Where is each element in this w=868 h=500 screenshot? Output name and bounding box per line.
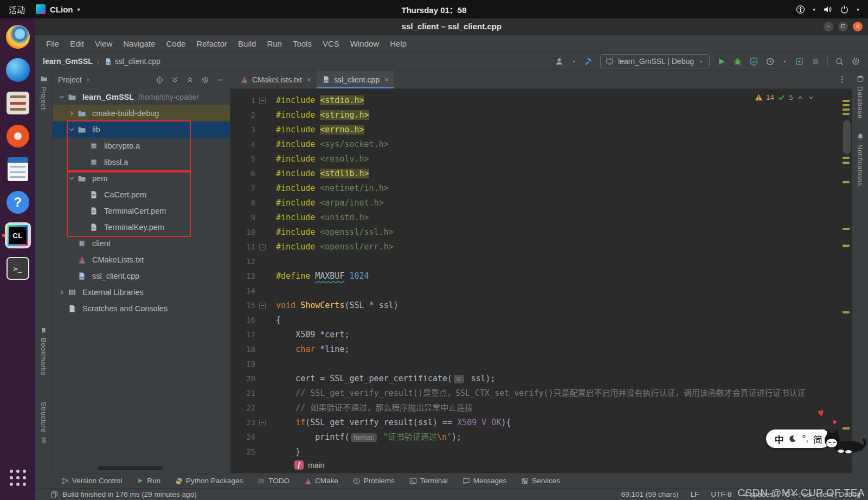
tool-stripe-bookmarks[interactable]: Bookmarks [40,327,48,376]
chevron-down-icon[interactable] [56,93,68,101]
line-number[interactable]: 9 [230,210,255,225]
inspection-widget[interactable]: 14 5 [755,93,815,101]
tree-item-pem[interactable]: pem [53,170,230,187]
clion-dock-icon[interactable]: CL [3,222,33,248]
code-line[interactable]: 2#include <string.h> [230,108,840,123]
run-configuration-select[interactable]: learn_GmSSL | Debug [600,54,710,68]
code-line[interactable]: 14 [230,284,840,298]
warning-stripe-mark[interactable] [843,311,850,313]
chevron-down-icon[interactable] [66,126,78,133]
activities-button[interactable]: 活动 [9,4,25,15]
debug-button[interactable] [733,57,742,66]
tool-stripe-project[interactable]: Project [40,75,48,110]
line-number[interactable]: 13 [230,269,255,284]
breadcrumb-project[interactable]: learn_GmSSL [43,57,93,66]
code-line[interactable]: 4#include <sys/socket.h> [230,137,840,152]
ime-punctuation[interactable]: °, [802,433,808,444]
line-number[interactable]: 3 [230,123,255,137]
toolwindow-cmake[interactable]: CMake [304,477,338,485]
horizontal-scrollbar[interactable] [98,466,163,470]
tree-item-lib[interactable]: lib [53,121,230,138]
code-line[interactable]: 16{ [230,313,840,328]
close-icon[interactable]: × [384,75,389,84]
input-method-bar[interactable]: 中 °, 简 [766,430,831,448]
line-number[interactable]: 4 [230,137,255,152]
breadcrumb-function[interactable]: main [308,461,324,470]
code-line[interactable]: 13#define MAXBUF 1024 [230,269,840,284]
moon-icon[interactable] [788,434,797,443]
file-cabinet-icon[interactable] [3,90,33,116]
status-message[interactable]: Build finished in 176 ms (29 minutes ago… [62,490,197,498]
close-icon[interactable]: × [307,75,311,84]
ime-charset[interactable]: 简 [813,432,822,446]
scrollbar-thumb[interactable] [843,120,851,154]
line-number[interactable]: 22 [230,401,255,415]
code-line[interactable]: 18 char *line; [230,342,840,357]
line-number[interactable]: 8 [230,196,255,210]
maximize-button[interactable] [838,22,848,31]
tree-item-libcrypto[interactable]: libcrypto.a [53,138,230,154]
line-number[interactable]: 1 [230,93,255,108]
expand-all-icon[interactable] [171,76,179,84]
tree-item-client[interactable]: client [53,235,230,252]
volume-icon[interactable] [823,5,832,14]
menu-tools[interactable]: Tools [287,39,317,48]
warning-stripe-mark[interactable] [843,108,850,111]
toolwindow-terminal[interactable]: Terminal [409,477,448,485]
code-line[interactable]: 19 [230,357,840,371]
tree-item-cmake-build-debug[interactable]: cmake-build-debug [53,105,230,121]
warning-stripe-mark[interactable] [843,157,850,159]
hide-panel-icon[interactable] [216,76,224,84]
help-icon[interactable]: ? [3,189,33,215]
tab-options-icon[interactable] [838,75,846,84]
code-line[interactable]: 21 // SSL_get_verify_result()是重点，SSL_CTX… [230,386,840,401]
line-number[interactable]: 2 [230,108,255,123]
line-number[interactable]: 19 [230,357,255,371]
code-line[interactable]: 3#include <errno.h> [230,123,840,137]
menu-view[interactable]: View [89,39,118,48]
code-line[interactable]: 22 // 如果验证不通过，那么程序抛出异常中止连接 [230,401,840,415]
panel-settings-gear-icon[interactable] [201,76,209,84]
line-number[interactable]: 5 [230,152,255,166]
line-number[interactable]: 23 [230,415,255,430]
minimize-button[interactable]: – [824,22,833,31]
breadcrumb-file[interactable]: ssl_client.cpp [115,57,160,66]
line-number[interactable]: 12 [230,254,255,269]
accessibility-icon[interactable] [796,5,805,14]
code-editor[interactable]: 1−#include <stdio.h>2#include <string.h>… [230,89,840,457]
line-number[interactable]: 10 [230,225,255,240]
software-center-icon[interactable] [3,123,33,149]
terminal-dock-icon[interactable]: >_ [3,255,33,281]
collapse-all-icon[interactable] [186,76,194,84]
code-line[interactable]: 24 printf(format: "证书验证通过\n"); [230,430,840,445]
tab-cmakelists[interactable]: CMakeLists.txt × [235,70,317,88]
tree-item-terminalkey[interactable]: TerminalKey.pem [53,219,230,235]
warning-stripe-mark[interactable] [843,113,850,115]
tree-item-external-libraries[interactable]: External Libraries [53,284,230,300]
code-line[interactable]: 20 cert = SSL_get_peer_certificate(s: ss… [230,371,840,386]
code-line[interactable]: 15−void ShowCerts(SSL * ssl) [230,298,840,313]
toolwindow-services[interactable]: Services [521,477,560,485]
app-menu[interactable]: CLion ▾ [36,4,80,14]
menu-file[interactable]: File [41,39,65,48]
menu-navigate[interactable]: Navigate [118,39,160,48]
window-titlebar[interactable]: ssl_client – ssl_client.cpp – × [35,18,868,35]
line-number[interactable]: 17 [230,328,255,342]
tool-stripe-structure[interactable]: Structure [40,402,48,444]
code-line[interactable]: 10#include <openssl/ssl.h> [230,225,840,240]
tree-item-libssl[interactable]: libssl.a [53,154,230,170]
line-number[interactable]: 20 [230,371,255,386]
close-button[interactable]: × [853,22,863,31]
menu-window[interactable]: Window [345,39,384,48]
search-everywhere-icon[interactable] [835,57,844,66]
toolwindow-run[interactable]: Run [137,477,160,485]
project-panel-title[interactable]: Project [58,75,91,84]
line-number[interactable]: 6 [230,166,255,181]
clock[interactable]: Thursday 01：58 [0,4,868,15]
fold-marker-icon[interactable]: − [255,93,269,108]
warning-stripe-mark[interactable] [843,245,850,247]
fold-marker-icon[interactable]: − [255,298,269,313]
code-line[interactable]: 17 X509 *cert; [230,328,840,342]
menu-code[interactable]: Code [160,39,191,48]
warning-stripe-mark[interactable] [843,228,850,230]
